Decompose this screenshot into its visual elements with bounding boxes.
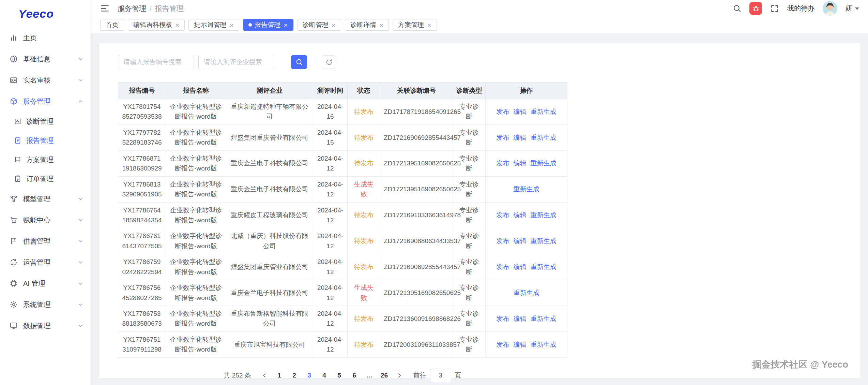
tab-首页[interactable]: 首页 <box>100 19 124 31</box>
cell-actions: 发布编辑重新生成 <box>486 228 567 254</box>
action-publish-link[interactable]: 发布 <box>497 315 509 322</box>
sidebar-item-system-mgmt[interactable]: 系统管理 <box>0 294 91 315</box>
chevron-down-icon <box>78 238 83 244</box>
sidebar-item-supply-demand[interactable]: 供需管理 <box>0 231 91 252</box>
action-regenerate-link[interactable]: 重新生成 <box>531 237 557 245</box>
report-no-search-input[interactable] <box>118 55 194 69</box>
action-publish-link[interactable]: 发布 <box>497 108 509 115</box>
tab-close-icon[interactable]: × <box>229 21 233 29</box>
sidebar-subitem-label: 订单管理 <box>26 174 54 183</box>
menu-fold-icon[interactable] <box>100 4 109 13</box>
tab-close-icon[interactable]: × <box>427 21 431 29</box>
action-edit-link[interactable]: 编辑 <box>514 341 527 348</box>
bug-report-icon[interactable] <box>749 2 762 15</box>
cell-diagnosis-no: ZD1721395169082650625 <box>380 176 453 202</box>
cell-actions: 发布编辑重新生成 <box>486 150 567 176</box>
status-badge: 待发布 <box>354 341 374 348</box>
action-edit-link[interactable]: 编辑 <box>514 134 527 141</box>
action-publish-link[interactable]: 发布 <box>497 211 509 219</box>
tab-报告管理[interactable]: 报告管理× <box>243 19 293 31</box>
topbar: 服务管理 / 报告管理 我的待办 妍 <box>91 0 868 17</box>
page-button-2[interactable]: 2 <box>288 369 301 382</box>
sidebar-subitem-diagnosis-mgmt[interactable]: 诊断管理 <box>0 112 91 131</box>
tab-close-icon[interactable]: × <box>332 21 336 29</box>
next-page-icon[interactable] <box>393 369 406 382</box>
breadcrumb-current: 报告管理 <box>155 4 184 13</box>
page-button-6[interactable]: 6 <box>348 369 361 382</box>
tab-编辑语料模板[interactable]: 编辑语料模板× <box>128 19 185 31</box>
tab-诊断管理[interactable]: 诊断管理× <box>297 19 341 31</box>
page-button-26[interactable]: 26 <box>378 369 391 382</box>
cell-report-no: YX1778675131097911298 <box>118 331 166 357</box>
action-publish-link[interactable]: 发布 <box>497 341 509 348</box>
sidebar-item-empower-center[interactable]: 赋能中心 <box>0 209 91 231</box>
breadcrumb-section[interactable]: 服务管理 <box>118 4 146 13</box>
cell-eval-date: 2024-04-12 <box>313 176 348 202</box>
col-eval-date: 测评时间 <box>313 83 348 99</box>
action-regenerate-link[interactable]: 重新生成 <box>531 211 557 219</box>
my-todo-link[interactable]: 我的待办 <box>787 4 814 13</box>
col-status: 状态 <box>348 83 380 99</box>
app-root: Yeeco 主页 基础信息 实名审核 服务管理 <box>0 0 868 385</box>
action-regenerate-link[interactable]: 重新生成 <box>531 160 557 167</box>
sidebar-item-basic-info[interactable]: 基础信息 <box>0 48 91 70</box>
tab-诊断详情[interactable]: 诊断详情× <box>345 19 389 31</box>
action-publish-link[interactable]: 发布 <box>497 263 509 270</box>
action-regenerate-link[interactable]: 重新生成 <box>531 134 557 141</box>
user-menu[interactable]: 妍 <box>846 4 859 13</box>
action-publish-link[interactable]: 发布 <box>497 134 509 141</box>
chevron-down-icon <box>78 260 83 265</box>
main-area: 服务管理 / 报告管理 我的待办 妍 首页编辑语料模板×提示词管理×报告管理×诊… <box>91 0 868 385</box>
refresh-button[interactable] <box>322 55 336 69</box>
cell-diagnosis-no: ZD1721395169082650625 <box>380 280 453 306</box>
sidebar-subitem-plan-mgmt[interactable]: 方案管理 <box>0 150 91 169</box>
action-regenerate-link[interactable]: 重新生成 <box>531 108 557 115</box>
book-icon <box>14 156 22 164</box>
action-edit-link[interactable]: 编辑 <box>514 211 527 219</box>
tab-提示词管理[interactable]: 提示词管理× <box>188 19 239 31</box>
sidebar-item-model-mgmt[interactable]: 模型管理 <box>0 188 91 209</box>
tab-close-icon[interactable]: × <box>284 21 288 29</box>
action-regenerate-link[interactable]: 重新生成 <box>531 341 557 348</box>
action-regenerate-link[interactable]: 重新生成 <box>514 186 539 193</box>
sidebar-subitem-order-mgmt[interactable]: 订单管理 <box>0 169 91 188</box>
action-regenerate-link[interactable]: 重新生成 <box>531 263 557 270</box>
sidebar-item-service-mgmt[interactable]: 服务管理 <box>0 91 91 112</box>
cell-company: 重庆金兰电子科技有限公司 <box>226 176 313 202</box>
sidebar-item-operations-mgmt[interactable]: 运营管理 <box>0 252 91 273</box>
action-regenerate-link[interactable]: 重新生成 <box>514 289 539 296</box>
action-publish-link[interactable]: 发布 <box>497 237 509 245</box>
prev-page-icon[interactable] <box>258 369 271 382</box>
action-edit-link[interactable]: 编辑 <box>514 108 527 115</box>
cell-actions: 发布编辑重新生成 <box>486 202 567 228</box>
table-row: YX1778681332909051905企业数字化转型诊断报告-word版重庆… <box>118 176 567 202</box>
tab-方案管理[interactable]: 方案管理× <box>393 19 437 31</box>
table-row: YX1778675388183580673企业数字化转型诊断报告-word版重庆… <box>118 306 567 332</box>
fullscreen-icon[interactable] <box>770 4 779 13</box>
toolbar <box>118 55 861 69</box>
action-edit-link[interactable]: 编辑 <box>514 263 527 270</box>
search-icon[interactable] <box>733 4 741 13</box>
page-button-3[interactable]: 3 <box>303 369 316 382</box>
chevron-down-icon <box>78 196 83 202</box>
tab-close-icon[interactable]: × <box>175 21 179 29</box>
goto-page-input[interactable] <box>430 369 451 382</box>
page-button-4[interactable]: 4 <box>318 369 331 382</box>
sidebar-subitem-report-mgmt[interactable]: 报告管理 <box>0 131 91 150</box>
action-edit-link[interactable]: 编辑 <box>514 237 527 245</box>
sidebar-item-home[interactable]: 主页 <box>0 27 91 48</box>
search-button[interactable] <box>291 55 307 69</box>
cell-status: 待发布 <box>348 99 380 125</box>
page-button-5[interactable]: 5 <box>333 369 346 382</box>
page-button-1[interactable]: 1 <box>273 369 286 382</box>
sidebar-item-data-mgmt[interactable]: 数据管理 <box>0 315 91 336</box>
action-edit-link[interactable]: 编辑 <box>514 315 527 322</box>
sidebar-item-ai-mgmt[interactable]: AI 管理 <box>0 273 91 294</box>
action-regenerate-link[interactable]: 重新生成 <box>531 315 557 322</box>
tab-close-icon[interactable]: × <box>379 21 383 29</box>
avatar[interactable] <box>823 1 837 16</box>
action-edit-link[interactable]: 编辑 <box>514 160 527 167</box>
sidebar-item-realname-audit[interactable]: 实名审核 <box>0 70 91 91</box>
company-search-input[interactable] <box>198 55 274 69</box>
action-publish-link[interactable]: 发布 <box>497 160 509 167</box>
